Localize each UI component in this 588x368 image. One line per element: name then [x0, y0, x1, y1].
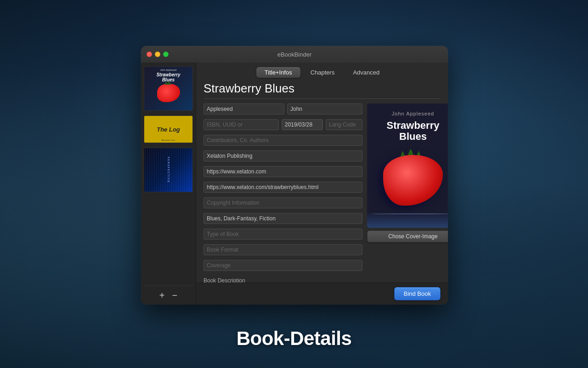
cover-title-line1: Strawberry: [387, 120, 440, 131]
website-row: [204, 166, 362, 177]
tab-chapters[interactable]: Chapters: [302, 67, 343, 78]
name-row: [204, 104, 362, 115]
type-of-book-row: [204, 229, 362, 240]
cover-column: John Appleseed Strawberry Blues C: [367, 104, 448, 282]
lang-code-input[interactable]: [326, 119, 362, 130]
book-url-row: [204, 182, 362, 193]
book-description-label: Book Description: [204, 277, 362, 282]
maximize-button[interactable]: [163, 52, 169, 57]
sidebar-controls: + −: [144, 286, 193, 305]
remove-book-button[interactable]: −: [170, 290, 180, 301]
coverage-input[interactable]: [204, 260, 362, 271]
copyright-input[interactable]: [204, 197, 362, 208]
main-panel: Title+Infos Chapters Advanced Strawberry…: [196, 63, 448, 305]
publisher-row: [204, 150, 362, 161]
website-input[interactable]: [204, 166, 362, 177]
last-name-input[interactable]: [204, 104, 284, 115]
sidebar: John Appleseed StrawberryBlues The Log A…: [141, 63, 196, 305]
cover-strawberry-graphic: [381, 150, 445, 206]
publisher-input[interactable]: [204, 150, 362, 161]
contributors-input[interactable]: [204, 135, 362, 146]
add-book-button[interactable]: +: [158, 290, 167, 301]
form-fields-column: Book Description Lorem ipsum dolor sit a…: [204, 104, 362, 282]
book-thumb-1-bg: John Appleseed StrawberryBlues: [144, 67, 192, 110]
book-1-title: StrawberryBlues: [156, 72, 180, 82]
book-url-input[interactable]: [204, 182, 362, 193]
book-2-author: Alexander Joiner: [161, 139, 175, 141]
bottom-bar: Bind Book: [196, 282, 448, 305]
book-1-strawberry-icon: [157, 84, 180, 102]
page-label: Book-Details: [237, 328, 352, 350]
form-cover-row: Book Description Lorem ipsum dolor sit a…: [204, 104, 441, 282]
book-2-title: The Log: [157, 126, 180, 133]
book-3-title: PERSPECTIVE: [167, 157, 170, 183]
tab-title-infos[interactable]: Title+Infos: [256, 67, 300, 78]
strawberry-fruit: [383, 155, 443, 206]
window-title: eBookBinder: [277, 51, 311, 58]
form-area: Strawberry Blues: [196, 81, 448, 282]
contributors-row: [204, 135, 362, 146]
type-of-book-input[interactable]: [204, 229, 362, 240]
genres-input[interactable]: [204, 213, 362, 224]
bind-book-button[interactable]: Bind Book: [394, 287, 441, 300]
cover-author-text: John Appleseed: [392, 111, 434, 116]
book-thumb-3-bg: PERSPECTIVE: [144, 148, 192, 192]
book-format-input[interactable]: [204, 244, 362, 255]
date-input[interactable]: [282, 119, 323, 130]
choose-cover-button[interactable]: Chose Cover-Image: [367, 230, 448, 242]
first-name-input[interactable]: [287, 104, 362, 115]
titlebar: eBookBinder: [141, 46, 448, 63]
minimize-button[interactable]: [155, 52, 160, 57]
isbn-input[interactable]: [204, 119, 279, 130]
sidebar-item-perspective[interactable]: PERSPECTIVE: [144, 148, 193, 192]
isbn-row: [204, 119, 362, 130]
tab-advanced[interactable]: Advanced: [345, 67, 388, 78]
cover-water-effect: [367, 212, 448, 228]
coverage-row: [204, 260, 362, 271]
book-format-row: [204, 244, 362, 255]
traffic-lights: [147, 52, 169, 57]
cover-title-text: Strawberry Blues: [387, 120, 440, 142]
book-thumb-2-bg: The Log Alexander Joiner: [144, 116, 192, 143]
genres-row: [204, 213, 362, 224]
app-window: eBookBinder John Appleseed StrawberryBlu…: [141, 46, 448, 305]
tabs-bar: Title+Infos Chapters Advanced: [196, 63, 448, 81]
close-button[interactable]: [147, 52, 152, 57]
book-1-author: John Appleseed: [160, 69, 177, 71]
sidebar-item-log[interactable]: The Log Alexander Joiner: [144, 115, 193, 143]
book-title-heading: Strawberry Blues: [204, 81, 441, 99]
cover-image-preview: John Appleseed Strawberry Blues: [367, 104, 448, 228]
copyright-row: [204, 197, 362, 208]
window-content: John Appleseed StrawberryBlues The Log A…: [141, 63, 448, 305]
cover-title-line2: Blues: [399, 131, 427, 142]
sidebar-item-strawberry-blues[interactable]: John Appleseed StrawberryBlues: [144, 66, 193, 111]
